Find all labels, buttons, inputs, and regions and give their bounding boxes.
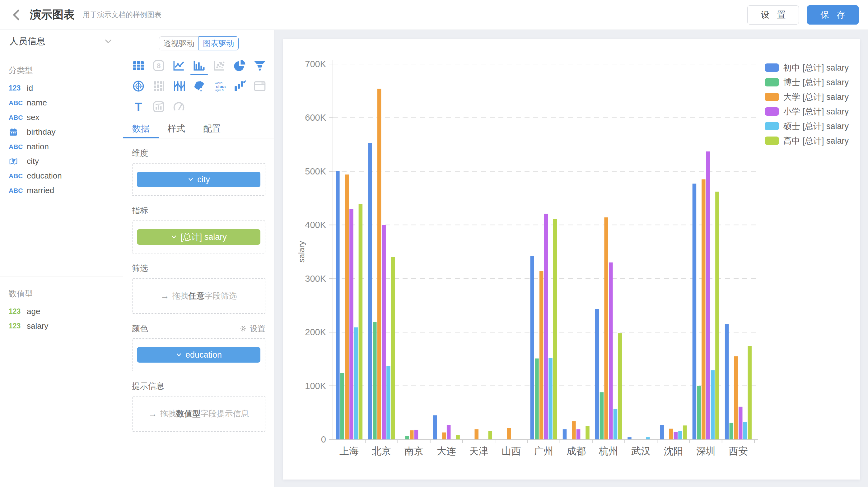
tab-style[interactable]: 样式 <box>159 120 194 138</box>
parallel-chart-icon[interactable] <box>168 76 189 96</box>
tab-config[interactable]: 配置 <box>194 120 229 138</box>
tab-data[interactable]: 数据 <box>123 120 159 138</box>
bar-深圳-大学 [总计] salary <box>702 180 706 440</box>
bar-上海-高中 [总计] salary <box>359 204 363 440</box>
legend-swatch <box>765 122 779 130</box>
dataset-selector[interactable]: 人员信息 <box>0 30 123 53</box>
legend-label: 初中 [总计] salary <box>783 63 849 72</box>
bar-上海-大学 [总计] salary <box>345 174 349 440</box>
bar-北京-初中 [总计] salary <box>368 143 372 440</box>
bar-深圳-小学 [总计] salary <box>706 152 710 440</box>
legend-item[interactable]: 硕士 [总计] salary <box>765 122 849 131</box>
field-city[interactable]: city <box>0 154 123 168</box>
field-birthday[interactable]: birthday <box>0 125 123 139</box>
bar-沈阳-初中 [总计] salary <box>660 425 664 440</box>
field-married[interactable]: ABC married <box>0 183 123 198</box>
field-sex[interactable]: ABC sex <box>0 110 123 125</box>
page-subtitle: 用于演示文档的样例图表 <box>83 10 161 20</box>
legend-label: 小学 [总计] salary <box>783 107 849 116</box>
measure-drop-zone[interactable]: [总计] salary <box>132 221 266 254</box>
svg-text:T: T <box>135 100 142 113</box>
measure-chip-salary[interactable]: [总计] salary <box>137 229 260 245</box>
bar-广州-硕士 [总计] salary <box>549 358 553 440</box>
text-widget-icon[interactable]: T <box>128 96 148 117</box>
gear-icon <box>239 325 247 333</box>
bar-西安-小学 [总计] salary <box>739 407 743 440</box>
bar-chart-icon[interactable] <box>189 55 209 76</box>
table-chart-icon[interactable] <box>128 55 148 76</box>
filter-drop-zone[interactable]: → 拖拽任意字段筛选 <box>132 278 266 314</box>
pie-chart-icon[interactable] <box>229 55 249 76</box>
strip-table-icon[interactable] <box>148 76 168 96</box>
color-drop-zone[interactable]: education <box>132 338 266 371</box>
color-chip-education[interactable]: education <box>137 347 260 363</box>
field-name[interactable]: ABC name <box>0 95 123 110</box>
field-age[interactable]: 123 age <box>0 304 123 319</box>
bar-北京-博士 [总计] salary <box>373 322 377 440</box>
combo-chart-icon[interactable] <box>148 96 168 117</box>
gauge-chart-icon[interactable] <box>168 96 189 117</box>
bar-成都-大学 [总计] salary <box>572 421 576 440</box>
card-metric-icon[interactable]: 8 <box>148 55 168 76</box>
settings-button[interactable]: 设 置 <box>747 5 799 25</box>
string-type-icon: ABC <box>9 187 27 194</box>
field-nation[interactable]: ABC nation <box>0 139 123 154</box>
legend-item[interactable]: 小学 [总计] salary <box>765 107 849 116</box>
bar-大连-初中 [总计] salary <box>433 415 437 440</box>
field-salary[interactable]: 123 salary <box>0 319 123 333</box>
bar-西安-高中 [总计] salary <box>748 346 752 440</box>
iframe-widget-icon[interactable] <box>249 76 270 96</box>
pivot-mode-tab[interactable]: 透视驱动 <box>159 36 199 51</box>
bar-武汉-初中 [总计] salary <box>627 437 631 440</box>
radar-chart-icon[interactable] <box>128 76 148 96</box>
legend-item[interactable]: 高中 [总计] salary <box>765 136 849 145</box>
bar-西安-初中 [总计] salary <box>725 324 729 440</box>
y-axis-tick: 600K <box>305 112 326 123</box>
bar-沈阳-小学 [总计] salary <box>674 432 678 440</box>
legend-item[interactable]: 大学 [总计] salary <box>765 92 849 102</box>
dataset-name: 人员信息 <box>9 35 45 47</box>
save-button[interactable]: 保 存 <box>807 5 859 25</box>
field-education[interactable]: ABC education <box>0 168 123 183</box>
china-map-icon[interactable] <box>189 76 209 96</box>
x-axis-label: 南京 <box>404 446 424 457</box>
scatter-chart-icon[interactable] <box>209 55 229 76</box>
map-pin-icon <box>9 157 27 166</box>
bar-北京-大学 [总计] salary <box>377 89 381 440</box>
bar-大连-高中 [总计] salary <box>456 435 460 440</box>
legend-label: 硕士 [总计] salary <box>783 122 849 131</box>
legend-swatch <box>765 63 779 72</box>
y-axis-tick: 300K <box>305 274 326 284</box>
chart-mode-tab[interactable]: 图表驱动 <box>198 36 239 51</box>
string-type-icon: ABC <box>9 172 27 180</box>
chevron-down-icon <box>176 351 182 358</box>
dimension-drop-zone[interactable]: city <box>132 163 266 196</box>
legend-item[interactable]: 博士 [总计] salary <box>765 78 849 87</box>
legend-label: 博士 [总计] salary <box>783 78 849 87</box>
back-button[interactable] <box>9 7 24 22</box>
bar-山西-大学 [总计] salary <box>507 428 511 440</box>
field-id[interactable]: 123 id <box>0 81 123 95</box>
bar-深圳-博士 [总计] salary <box>697 386 701 440</box>
waterfall-chart-icon[interactable] <box>229 76 249 96</box>
y-axis-title: salary <box>297 241 306 262</box>
legend-item[interactable]: 初中 [总计] salary <box>765 63 849 72</box>
arrow-right-icon: → <box>160 291 169 301</box>
funnel-chart-icon[interactable] <box>249 55 270 76</box>
bar-沈阳-大学 [总计] salary <box>669 429 673 440</box>
header-actions: 设 置 保 存 <box>747 5 859 25</box>
bar-沈阳-高中 [总计] salary <box>683 425 687 440</box>
bar-天津-大学 [总计] salary <box>474 429 478 440</box>
chart-canvas-area: 0100K200K300K400K500K600K700K上海北京南京大连天津山… <box>274 30 868 487</box>
legend-swatch <box>765 78 779 87</box>
tooltip-drop-zone[interactable]: → 拖拽数值型字段提示信息 <box>132 396 266 432</box>
bar-成都-小学 [总计] salary <box>577 429 581 440</box>
bar-武汉-硕士 [总计] salary <box>646 437 650 440</box>
dimension-chip-city[interactable]: city <box>137 172 260 187</box>
line-chart-icon[interactable] <box>168 55 189 76</box>
bar-成都-高中 [总计] salary <box>586 426 590 440</box>
word-cloud-icon[interactable]: word cloud agile Bi <box>209 76 229 96</box>
bar-南京-博士 [总计] salary <box>405 436 409 440</box>
string-type-icon: ABC <box>9 99 27 107</box>
color-settings-button[interactable]: 设置 <box>239 323 266 334</box>
